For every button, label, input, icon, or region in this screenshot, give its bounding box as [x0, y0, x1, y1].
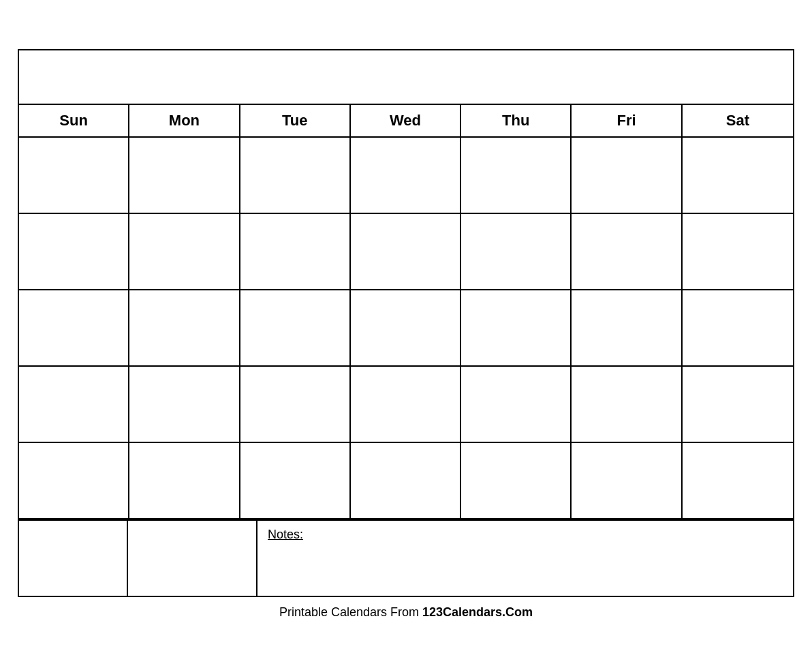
cell-w4-fri[interactable] — [572, 367, 682, 442]
cell-w2-fri[interactable] — [572, 214, 682, 289]
cell-w4-sun[interactable] — [19, 367, 129, 442]
header-tue: Tue — [240, 105, 351, 136]
cell-w2-tue[interactable] — [240, 214, 351, 289]
calendar-grid: Sun Mon Tue Wed Thu Fri Sat — [19, 105, 793, 596]
footer-text: Printable Calendars From — [279, 605, 422, 619]
cell-w5-thu[interactable] — [461, 443, 572, 518]
notes-cell-2 — [128, 521, 257, 596]
cell-w5-wed[interactable] — [351, 443, 461, 518]
cell-w4-tue[interactable] — [240, 367, 351, 442]
cell-w3-wed[interactable] — [351, 290, 461, 365]
week-row-2 — [19, 214, 793, 290]
header-mon: Mon — [129, 105, 240, 136]
week-row-5 — [19, 443, 793, 519]
calendar-title-row — [19, 50, 793, 105]
cell-w2-mon[interactable] — [129, 214, 240, 289]
notes-row: Notes: — [19, 519, 793, 596]
cell-w3-sun[interactable] — [19, 290, 129, 365]
notes-label: Notes: — [268, 528, 303, 541]
header-thu: Thu — [461, 105, 572, 136]
cell-w3-thu[interactable] — [461, 290, 572, 365]
cell-w4-mon[interactable] — [129, 367, 240, 442]
header-sun: Sun — [19, 105, 129, 136]
cell-w2-sun[interactable] — [19, 214, 129, 289]
calendar-container: Sun Mon Tue Wed Thu Fri Sat — [18, 49, 794, 597]
cell-w1-sat[interactable] — [683, 138, 793, 213]
notes-cell-1 — [19, 521, 128, 596]
cell-w1-sun[interactable] — [19, 138, 129, 213]
week-row-3 — [19, 290, 793, 367]
cell-w5-tue[interactable] — [240, 443, 351, 518]
header-wed: Wed — [351, 105, 461, 136]
cell-w1-wed[interactable] — [351, 138, 461, 213]
footer: Printable Calendars From 123Calendars.Co… — [279, 605, 533, 620]
cell-w3-fri[interactable] — [572, 290, 682, 365]
cell-w2-sat[interactable] — [683, 214, 793, 289]
footer-brand: 123Calendars.Com — [422, 605, 533, 619]
cell-w5-mon[interactable] — [129, 443, 240, 518]
day-header-row: Sun Mon Tue Wed Thu Fri Sat — [19, 105, 793, 138]
cell-w1-tue[interactable] — [240, 138, 351, 213]
cell-w3-tue[interactable] — [240, 290, 351, 365]
cell-w1-mon[interactable] — [129, 138, 240, 213]
cell-w3-mon[interactable] — [129, 290, 240, 365]
cell-w5-fri[interactable] — [572, 443, 682, 518]
cell-w1-thu[interactable] — [461, 138, 572, 213]
cell-w1-fri[interactable] — [572, 138, 682, 213]
cell-w4-wed[interactable] — [351, 367, 461, 442]
cell-w5-sun[interactable] — [19, 443, 129, 518]
header-sat: Sat — [683, 105, 793, 136]
cell-w3-sat[interactable] — [683, 290, 793, 365]
cell-w4-sat[interactable] — [683, 367, 793, 442]
cell-w4-thu[interactable] — [461, 367, 572, 442]
notes-content[interactable]: Notes: — [257, 521, 793, 596]
week-row-4 — [19, 367, 793, 443]
calendar-wrapper: Sun Mon Tue Wed Thu Fri Sat — [18, 49, 794, 620]
cell-w2-thu[interactable] — [461, 214, 572, 289]
cell-w2-wed[interactable] — [351, 214, 461, 289]
cell-w5-sat[interactable] — [683, 443, 793, 518]
header-fri: Fri — [572, 105, 682, 136]
week-row-1 — [19, 138, 793, 214]
